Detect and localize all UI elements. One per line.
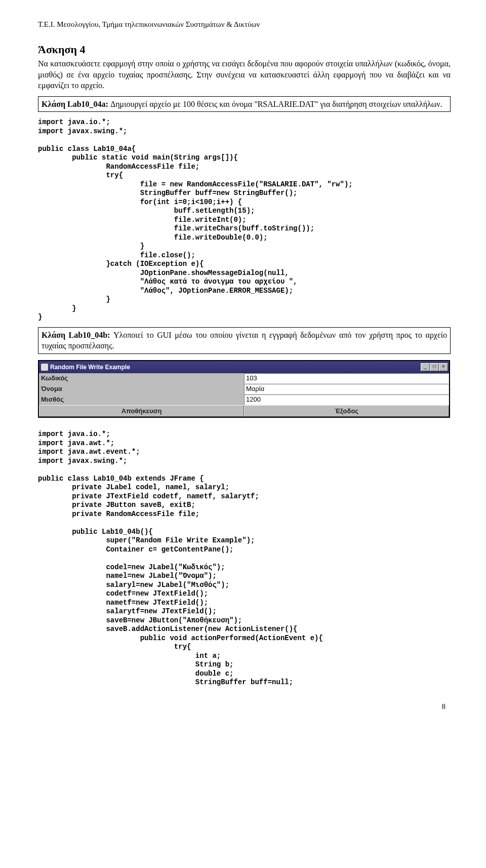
class-label-b: Κλάση Lab10_04b: <box>42 331 110 339</box>
save-button[interactable]: Αποθήκευση <box>39 405 244 417</box>
exit-button[interactable]: Έξοδος <box>244 405 449 417</box>
page-header: T.E.I. Μεσολογγίου, Τμήμα τηλεπικοινωνια… <box>38 20 451 29</box>
input-code[interactable]: 103 <box>244 373 449 384</box>
class-description-box-a: Κλάση Lab10_04a: Δημιουργεί αρχείο με 10… <box>38 96 451 112</box>
close-icon[interactable]: × <box>439 363 448 371</box>
label-salary: Μισθός <box>39 394 244 405</box>
input-salary[interactable]: 1200 <box>244 394 449 405</box>
java-icon <box>41 364 48 371</box>
window-title: Random File Write Example <box>50 364 130 371</box>
gui-window: Random File Write Example _ □ × Κωδικός … <box>38 360 450 418</box>
minimize-icon[interactable]: _ <box>421 363 430 371</box>
code-block-b: import java.io.*; import java.awt.*; imp… <box>38 430 451 687</box>
page-number: 8 <box>38 702 451 711</box>
input-name[interactable]: Μαρία <box>244 384 449 394</box>
code-block-a: import java.io.*; import javax.swing.*; … <box>38 118 451 322</box>
gui-titlebar: Random File Write Example _ □ × <box>39 361 449 373</box>
label-name: Όνομα <box>39 384 244 394</box>
exercise-intro: Να κατασκευάσετε εφαρμογή στην οποία ο χ… <box>38 58 451 91</box>
class-description-box-b: Κλάση Lab10_04b: Υλοποιεί το GUI μέσω το… <box>38 327 451 354</box>
class-label-a: Κλάση Lab10_04a: <box>42 100 108 108</box>
label-code: Κωδικός <box>39 373 244 384</box>
maximize-icon[interactable]: □ <box>430 363 439 371</box>
class-desc-a: Δημιουργεί αρχείο με 100 θέσεις και όνομ… <box>108 100 442 108</box>
exercise-title: Άσκηση 4 <box>38 43 451 56</box>
